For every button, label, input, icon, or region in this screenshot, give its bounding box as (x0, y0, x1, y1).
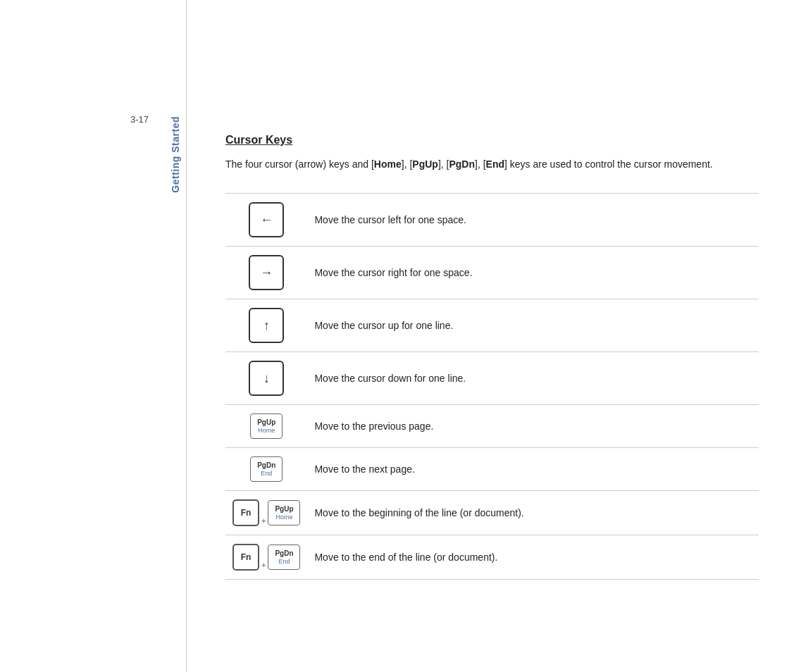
key-cell: ← (225, 194, 307, 247)
table-row: Fn + PgDn End Move to the end of the lin… (225, 535, 759, 580)
key-bottom-label: Home (275, 514, 292, 521)
key-bottom-label: End (278, 558, 290, 566)
sidebar-label-wrapper: Getting Started (165, 116, 186, 193)
plus-icon: + (261, 516, 266, 526)
sidebar-label: Getting Started (170, 116, 181, 193)
pgup-home-key-combo: PgUp Home (268, 500, 300, 525)
key-cell: Fn + PgDn End (225, 535, 307, 580)
fn-key: Fn (232, 499, 259, 526)
table-row: → Move the cursor right for one space. (225, 247, 759, 299)
desc-cell: Move the cursor up for one line. (307, 299, 759, 352)
key-cell: ↓ (225, 352, 307, 405)
fn-pgdn-combo: Fn + PgDn End (232, 544, 300, 571)
keys-table: ← Move the cursor left for one space. → … (225, 193, 759, 580)
table-row: ↓ Move the cursor down for one line. (225, 352, 759, 405)
key-top-label: PgUp (275, 505, 293, 514)
up-arrow-key: ↑ (249, 308, 284, 343)
pgdn-end-key: PgDn End (250, 456, 282, 482)
right-arrow-key: → (249, 255, 284, 290)
down-arrow-key: ↓ (249, 361, 284, 396)
key-top-label: PgUp (257, 418, 275, 427)
intro-text: The four cursor (arrow) keys and [Home],… (225, 156, 747, 172)
desc-cell: Move to the next page. (307, 448, 759, 491)
fn-key: Fn (232, 544, 259, 571)
table-row: ↑ Move the cursor up for one line. (225, 299, 759, 352)
table-row: ← Move the cursor left for one space. (225, 194, 759, 247)
desc-cell: Move to the previous page. (307, 405, 759, 448)
pgdn-end-key-combo: PgDn End (268, 545, 300, 570)
pgup-home-key: PgUp Home (250, 413, 282, 439)
key-pgdn: PgDn (449, 158, 475, 170)
key-cell: Fn + PgUp Home (225, 491, 307, 535)
key-bottom-label: End (261, 470, 272, 478)
table-row: PgUp Home Move to the previous page. (225, 405, 759, 448)
key-top-label: PgDn (257, 461, 275, 470)
table-row: Fn + PgUp Home Move to the beginning of … (225, 491, 759, 535)
key-bottom-label: Home (258, 427, 275, 435)
sidebar: 3-17 Getting Started (0, 0, 187, 672)
desc-cell: Move the cursor down for one line. (307, 352, 759, 405)
key-top-label: PgDn (275, 549, 293, 558)
key-cell: ↑ (225, 299, 307, 352)
key-cell: PgDn End (225, 448, 307, 491)
desc-cell: Move the cursor right for one space. (307, 247, 759, 299)
key-pgup: PgUp (412, 158, 438, 170)
key-cell: PgUp Home (225, 405, 307, 448)
section-title: Cursor Keys (225, 134, 759, 147)
key-cell: → (225, 247, 307, 299)
key-home: Home (374, 158, 402, 170)
desc-cell: Move to the beginning of the line (or do… (307, 491, 759, 535)
left-arrow-key: ← (249, 202, 284, 237)
fn-pgup-combo: Fn + PgUp Home (232, 499, 300, 526)
plus-icon: + (261, 561, 266, 571)
table-row: PgDn End Move to the next page. (225, 448, 759, 491)
key-end: End (486, 158, 504, 170)
main-content: Cursor Keys The four cursor (arrow) keys… (187, 0, 801, 672)
desc-cell: Move the cursor left for one space. (307, 194, 759, 247)
desc-cell: Move to the end of the line (or document… (307, 535, 759, 580)
page-number: 3-17 (130, 114, 149, 125)
